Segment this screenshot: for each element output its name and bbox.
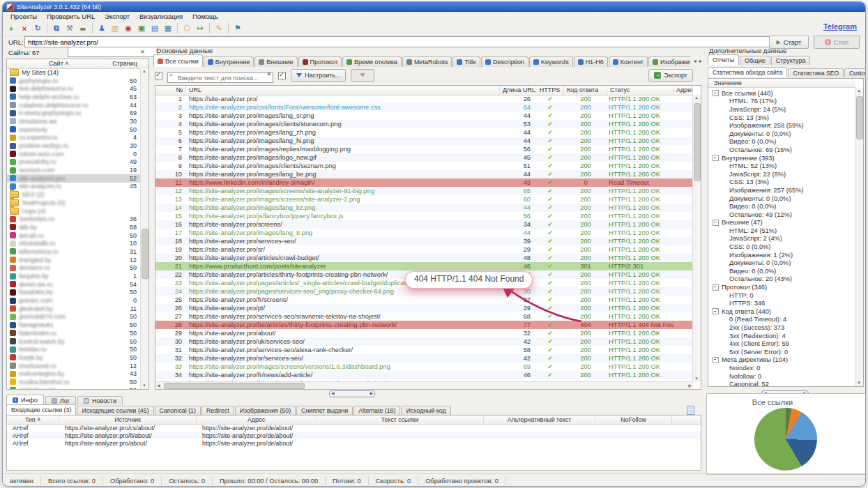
tree-parent[interactable]: Внутренние (393) <box>708 154 855 162</box>
site-row[interactable]: denim.ws.ru54 <box>7 280 141 289</box>
column-header[interactable]: Текст ссылки <box>317 415 484 424</box>
table-search-input[interactable] <box>167 73 273 83</box>
column-header[interactable]: Код ответа <box>564 86 607 95</box>
table-row[interactable]: 9https://site-analyzer.pro/images/client… <box>155 162 693 170</box>
scroll-left-icon[interactable]: ◀ <box>157 383 160 388</box>
collapse-icon[interactable] <box>713 308 719 314</box>
tab-Общие[interactable]: Общие <box>740 56 770 65</box>
tab-Все ссылки[interactable]: Все ссылки <box>153 54 203 67</box>
site-row[interactable]: TestProjects (0) <box>7 199 141 207</box>
settings-icon[interactable]: ⚒ <box>64 23 75 34</box>
dashboard-icon[interactable]: ▦ <box>162 23 174 34</box>
tree-parent[interactable]: Внешние (47) <box>708 219 855 227</box>
tab-Отчеты[interactable]: Отчеты <box>708 54 739 65</box>
tree-parent[interactable]: Код ответа (440) <box>708 307 855 316</box>
site-row[interactable]: fanjakis.by1 <box>7 272 141 280</box>
tab-MetaRobots[interactable]: MetaRobots <box>402 56 452 67</box>
column-header[interactable]: Источник <box>59 415 197 424</box>
column-header[interactable]: Статус <box>607 86 673 95</box>
table-row[interactable]: 27https://site-analyzer.pro/services-seo… <box>155 312 693 321</box>
table-row[interactable]: 10https://site-analyzer.pro/images/lang_… <box>155 170 693 178</box>
table-row[interactable]: 13https://site-analyzer.pro/images/scree… <box>155 195 693 204</box>
scroll-down-icon[interactable]: ▼ <box>693 376 700 382</box>
tab-H1-H6[interactable]: H1-H6 <box>574 56 608 67</box>
tree-item[interactable]: Остальное: 20 (43%) <box>708 275 855 284</box>
tree-item[interactable]: HTTPS: 346 <box>708 299 855 307</box>
tree-item[interactable]: Canonical: 52 <box>708 380 855 386</box>
tree-item[interactable]: Остальное: 69 (16%) <box>708 146 855 154</box>
table-row[interactable]: 15https://site-analyzer.pro/js/fancybox/… <box>155 212 693 220</box>
subtab-Исходный код[interactable]: Исходный код <box>401 406 450 415</box>
table-row[interactable]: 4https://site-analyzer.pro/images/client… <box>155 120 693 128</box>
structure-icon[interactable]: ⬡ <box>181 23 192 34</box>
scroll-up-icon[interactable]: ▲ <box>855 88 862 94</box>
table-row[interactable]: 31https://site-analyzer.pro/services-seo… <box>155 346 693 354</box>
find-icon[interactable]: ∞ <box>77 23 89 34</box>
filter-checkbox-2[interactable] <box>278 72 286 79</box>
column-header[interactable]: Альтернативный текст <box>484 415 595 424</box>
site-row[interactable]: site-analyzer.ru45 <box>7 183 141 191</box>
subtab-Сниппет выдачи[interactable]: Сниппет выдачи <box>296 406 353 415</box>
urls-table-header[interactable]: №URLДлина URLHTTPSКод ответаСтатусАдрес … <box>155 86 693 96</box>
tree-item[interactable]: Видео: 0 (0,0%) <box>708 138 855 146</box>
tree-item[interactable]: HTML: 52 (13%) <box>708 162 855 170</box>
tab-Инфо[interactable]: iИнфо <box>6 395 44 405</box>
configure-filter-button[interactable]: Настроить... <box>291 69 346 82</box>
tree-item[interactable]: Документы: 0 (0,0%) <box>708 195 855 203</box>
tree-item[interactable]: JavaScript: 2 (4%) <box>708 235 855 243</box>
table-row[interactable]: 5https://site-analyzer.pro/images/lang_z… <box>155 128 693 137</box>
tree-item[interactable]: 4xx (Client Error): 59 <box>708 340 855 348</box>
tree-item[interactable]: JavaScript: 24 (5%) <box>708 105 855 114</box>
site-row[interactable]: kontrol-watch.by50 <box>7 337 141 346</box>
tab-Контент[interactable]: Контент <box>609 56 648 67</box>
menu-item[interactable]: Экспорт <box>100 13 135 20</box>
site-row[interactable]: cs.expertov.ru4 <box>7 134 141 142</box>
scroll-up-icon[interactable]: ▲ <box>693 95 700 101</box>
site-row[interactable]: tellemetrica.ru31 <box>7 247 141 256</box>
site-row[interactable]: positive-nedojo.ru30 <box>7 142 141 150</box>
menu-item[interactable]: Визуализация <box>135 13 188 20</box>
tree-item[interactable]: Документы: 0 (0,0%) <box>708 259 855 267</box>
site-row[interactable]: Hops (4) <box>7 207 141 215</box>
sites-search-clear-icon[interactable]: ✕ <box>140 49 145 55</box>
column-header[interactable]: HTTPS <box>536 86 564 95</box>
column-header[interactable]: № <box>155 86 186 95</box>
menu-item[interactable]: Помощь <box>188 13 223 20</box>
tab-Внешние[interactable]: Внешние <box>254 56 297 67</box>
table-row[interactable]: 7https://site-analyzer.pro/images/replie… <box>155 145 693 153</box>
site-row[interactable]: melconteglos.by43 <box>7 369 141 378</box>
table-row[interactable]: AHrefhttps://site-analyzer.pro/lt/about/… <box>7 432 701 439</box>
table-row[interactable]: 14https://site-analyzer.pro/images/lang_… <box>155 204 693 212</box>
table-row[interactable]: 20https://site-analyzer.pro/articles/cra… <box>155 254 693 262</box>
title-bar[interactable]: SiteAnalyzer 3.0.1.432 (64 bit) <box>3 2 865 12</box>
tree-item[interactable]: CSS: 13 (3%) <box>708 114 855 122</box>
table-row[interactable]: 16https://site-analyzer.pro/screens/34✔2… <box>155 220 693 229</box>
tree-item[interactable]: Изображения: 257 (65%) <box>708 186 855 195</box>
site-row[interactable]: gledrobel.by11 <box>7 305 141 313</box>
site-row[interactable]: triangled.by12 <box>7 256 141 264</box>
site-row[interactable]: izbukatalki.ru10 <box>7 239 141 247</box>
table-row[interactable]: 3https://site-analyzer.pro/images/lang_s… <box>155 112 693 120</box>
scrollbar-thumb[interactable] <box>856 96 863 139</box>
site-row[interactable]: My Sites (14) <box>7 68 141 77</box>
site-row[interactable]: imurluxesit.ru12 <box>7 362 141 370</box>
tree-item[interactable]: 3xx (Redirection): 4 <box>708 332 855 340</box>
scroll-right-icon[interactable]: ▶ <box>688 383 692 388</box>
export-button[interactable]: → Экспорт <box>648 69 693 82</box>
site-row[interactable]: expertovly50 <box>7 125 141 134</box>
tree-parent[interactable]: Мета директивы (104) <box>708 356 855 365</box>
pages-column-label[interactable]: Страниц <box>112 60 137 67</box>
urls-table-hscrollbar[interactable]: ◀ ▶ <box>155 381 693 389</box>
table-row[interactable]: 25https://site-analyzer.pro/fr/screens/3… <box>155 296 693 304</box>
site-row[interactable]: simulanne.ws30 <box>7 117 141 125</box>
site-row[interactable]: coladmin.delphissurce.ru44 <box>7 101 141 109</box>
tree-item[interactable]: CSS: 0 (0,0%) <box>708 243 855 251</box>
site-row[interactable]: 2websites.ru36 <box>7 215 141 223</box>
tree-parent[interactable]: Протокол (346) <box>708 283 855 291</box>
tab-Структура[interactable]: Структура <box>771 56 811 65</box>
site-row[interactable]: site-analyzer.pro52 <box>7 174 141 183</box>
stats-icon[interactable]: ▥ <box>109 23 121 34</box>
collapse-icon[interactable] <box>713 155 719 161</box>
column-header[interactable]: Адрес <box>197 415 317 424</box>
site-row[interactable]: robots-avto.com0 <box>7 150 141 158</box>
